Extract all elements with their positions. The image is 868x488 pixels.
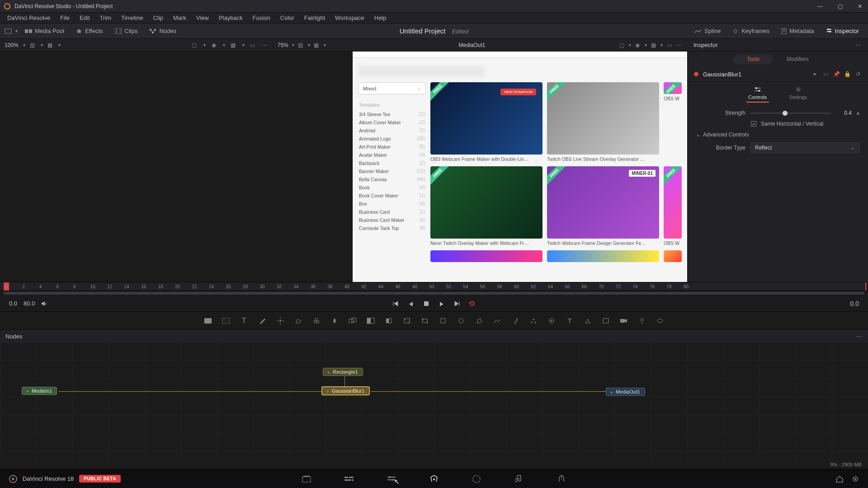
tool-magic-mask[interactable] xyxy=(510,316,520,326)
same-hv-checkbox[interactable]: ✓ xyxy=(751,121,756,127)
node-rectangle1[interactable]: ▸Rectangle1 xyxy=(323,368,363,376)
left-viewer-icon-d[interactable]: ▭ xyxy=(249,42,256,49)
left-viewer-dd-c[interactable]: ▾ xyxy=(242,42,245,47)
current-time[interactable]: 0.0 xyxy=(850,300,859,307)
project-settings-button[interactable] xyxy=(852,475,859,483)
tool-planar[interactable] xyxy=(293,316,303,326)
page-fairlight[interactable] xyxy=(513,473,525,485)
lock-icon[interactable]: 🔒 xyxy=(844,70,851,78)
strength-value[interactable]: 0.4 xyxy=(835,110,852,116)
inspector-tab-tools[interactable]: Tools xyxy=(733,54,773,64)
page-media[interactable] xyxy=(300,473,313,485)
menu-file[interactable]: File xyxy=(56,14,74,22)
page-color[interactable] xyxy=(470,473,483,485)
minimize-button[interactable]: — xyxy=(816,2,825,11)
left-viewer-dd-a[interactable]: ▾ xyxy=(203,42,206,47)
template-thumbnail[interactable]: FREENeon Twitch Overlay Maker with Webca… xyxy=(430,166,542,246)
spline-button[interactable]: Spline xyxy=(690,26,725,36)
template-list-item[interactable]: Camisole Tank Top(8) xyxy=(358,224,426,232)
tool-tracker[interactable] xyxy=(275,316,285,326)
inspector-tab-modifiers[interactable]: Modifiers xyxy=(773,54,822,64)
node-mediain1[interactable]: ▸MediaIn1 xyxy=(22,387,57,395)
inspector-controls-tab[interactable]: Controls xyxy=(746,86,769,103)
center-viewer-icon-b[interactable]: ◉ xyxy=(634,42,641,49)
audio-toggle[interactable] xyxy=(41,300,48,307)
tool-3d-render[interactable] xyxy=(655,316,665,326)
center-viewer-zoom[interactable]: 75% xyxy=(278,42,288,48)
template-filter-dropdown[interactable]: Mixed ⌄ xyxy=(358,82,426,94)
tool-paint[interactable] xyxy=(257,316,267,326)
nodes-button[interactable]: Nodes xyxy=(145,26,181,36)
tool-text[interactable]: T xyxy=(239,316,249,326)
node-gaussianblur1[interactable]: ▸GaussianBlur1 xyxy=(322,387,369,395)
tool-merge[interactable] xyxy=(348,316,358,326)
go-start-button[interactable] xyxy=(391,299,400,308)
nodes-canvas[interactable]: ▸MediaIn1 ▸Rectangle1 ▸GaussianBlur1 ▸Me… xyxy=(0,343,868,465)
template-thumbnail[interactable]: FREEOBS W xyxy=(664,82,682,162)
loop-button[interactable] xyxy=(468,299,477,308)
tool-background[interactable] xyxy=(203,316,213,326)
left-viewer-icon-a[interactable]: ▢ xyxy=(191,42,198,49)
nodes-panel-menu[interactable]: ⋯ xyxy=(855,333,863,340)
left-opt-dd-1[interactable]: ▾ xyxy=(41,42,43,47)
ruler-scroll-thumb[interactable] xyxy=(4,292,864,295)
template-thumbnail[interactable]: FREETwitch OBS Live Stream Overlay Gener… xyxy=(547,82,659,162)
page-deliver[interactable] xyxy=(555,473,568,485)
inspector-settings-tab[interactable]: Settings xyxy=(787,86,810,103)
panel-toggle-dropdown[interactable]: ▾ xyxy=(15,28,18,33)
center-viewer-icon-d[interactable]: ▭ xyxy=(665,42,673,49)
tool-polygon-mask[interactable] xyxy=(474,316,484,326)
range-start-time[interactable]: 0.0 xyxy=(9,300,17,307)
menu-timeline[interactable]: Timeline xyxy=(117,14,148,22)
center-viewer-icon-c[interactable]: ▦ xyxy=(650,42,657,49)
template-list-item[interactable]: Banner Maker(11) xyxy=(358,167,426,175)
pin-icon[interactable]: 📌 xyxy=(833,70,840,78)
left-viewer-zoom[interactable]: 100% xyxy=(5,42,19,48)
template-thumbnail[interactable] xyxy=(664,250,682,262)
center-viewer-icon-a[interactable]: ▢ xyxy=(618,42,625,49)
left-opt-icon-2[interactable]: ▦ xyxy=(47,42,54,49)
menu-fairlight[interactable]: Fairlight xyxy=(300,14,330,22)
tool-3d-image[interactable] xyxy=(601,316,611,326)
template-thumbnail[interactable]: FREENEW DONATIONOBS Webcam Frame Maker w… xyxy=(430,82,542,162)
center-opt-dd-1[interactable]: ▾ xyxy=(308,42,310,47)
go-end-button[interactable] xyxy=(453,299,462,308)
template-list-item[interactable]: 3/4 Sleeve Tee(1) xyxy=(358,110,426,118)
center-opt-icon-2[interactable]: ▦ xyxy=(313,42,320,49)
strength-slider[interactable] xyxy=(750,113,831,114)
panel-toggle-icon[interactable] xyxy=(5,28,12,35)
tool-channelbool[interactable] xyxy=(384,316,394,326)
template-list-item[interactable]: Book(4) xyxy=(358,183,426,192)
template-thumbnail[interactable] xyxy=(547,250,659,262)
template-thumbnail[interactable] xyxy=(430,250,542,262)
menu-workspace[interactable]: Workspace xyxy=(330,14,369,22)
node-enable-dot[interactable] xyxy=(694,72,698,76)
metadata-button[interactable]: Metadata xyxy=(777,26,818,36)
template-list-item[interactable]: Animated Logo(20) xyxy=(358,135,426,143)
menu-davinci-resolve[interactable]: DaVinci Resolve xyxy=(3,14,55,22)
center-viewer-dd-a[interactable]: ▾ xyxy=(629,42,631,47)
center-viewer-menu[interactable]: ⋯ xyxy=(675,42,683,49)
center-opt-dd-2[interactable]: ▾ xyxy=(324,42,326,47)
page-cut[interactable] xyxy=(343,473,355,485)
tool-colorcorrect[interactable] xyxy=(311,316,321,326)
left-viewer[interactable] xyxy=(0,52,353,282)
template-list-item[interactable]: Backpack(2) xyxy=(358,159,426,167)
time-ruler[interactable]: 0246810121416182022242628303234363840424… xyxy=(0,282,868,291)
tool-ellipse-mask[interactable] xyxy=(456,316,466,326)
left-opt-dd-2[interactable]: ▾ xyxy=(58,42,61,47)
inspector-panel-menu[interactable]: ⋯ xyxy=(854,42,862,49)
menu-view[interactable]: View xyxy=(192,14,213,22)
tool-3d-light[interactable] xyxy=(637,316,647,326)
tool-particles[interactable] xyxy=(528,316,538,326)
version-icon[interactable]: ▾ xyxy=(811,70,818,78)
inspector-button[interactable]: Inspector xyxy=(821,26,863,36)
menu-help[interactable]: Help xyxy=(370,14,391,22)
menu-clip[interactable]: Clip xyxy=(149,14,168,22)
ruler-scrollbar[interactable] xyxy=(0,291,868,296)
tool-3d-shape[interactable] xyxy=(583,316,593,326)
reset-icon[interactable]: ↺ xyxy=(854,70,862,78)
center-viewer[interactable]: Mixed ⌄ Templates 3/4 Sleeve Tee(1)Album… xyxy=(353,52,687,282)
page-edit[interactable] xyxy=(385,473,398,485)
step-back-button[interactable] xyxy=(406,299,415,308)
